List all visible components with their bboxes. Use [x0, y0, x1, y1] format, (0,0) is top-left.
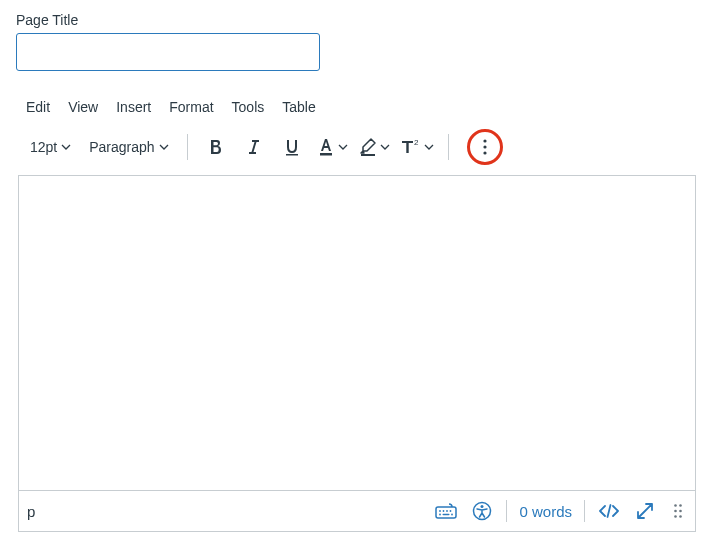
underline-icon — [283, 138, 301, 156]
fullscreen-icon — [636, 502, 654, 520]
editor-toolbar: 12pt Paragraph — [16, 125, 698, 175]
kebab-icon — [483, 139, 487, 155]
resize-handle[interactable] — [669, 499, 687, 523]
menu-table[interactable]: Table — [282, 99, 315, 115]
html-editor-button[interactable] — [597, 499, 621, 523]
menu-tools[interactable]: Tools — [232, 99, 265, 115]
superscript-button[interactable]: 2 — [398, 135, 436, 159]
block-format-label: Paragraph — [89, 139, 154, 155]
word-count[interactable]: 0 words — [519, 503, 572, 520]
svg-point-4 — [483, 139, 486, 142]
bold-button[interactable] — [200, 131, 232, 163]
toolbar-divider — [448, 134, 449, 160]
underline-button[interactable] — [276, 131, 308, 163]
toolbar-divider — [187, 134, 188, 160]
svg-point-18 — [679, 504, 682, 507]
svg-point-6 — [483, 151, 486, 154]
svg-point-17 — [674, 504, 677, 507]
chevron-down-icon — [338, 142, 348, 152]
text-color-icon — [316, 137, 336, 157]
element-path[interactable]: p — [27, 503, 35, 520]
text-color-button[interactable] — [314, 135, 350, 159]
svg-point-12 — [440, 514, 442, 516]
editor-menubar: Edit View Insert Format Tools Table — [16, 93, 698, 125]
svg-point-10 — [447, 510, 449, 512]
svg-point-9 — [443, 510, 445, 512]
svg-rect-7 — [436, 507, 456, 518]
keyboard-icon — [435, 503, 457, 519]
menu-view[interactable]: View — [68, 99, 98, 115]
highlight-color-button[interactable] — [356, 135, 392, 159]
italic-button[interactable] — [238, 131, 270, 163]
accessibility-checker-button[interactable] — [470, 499, 494, 523]
drag-icon — [673, 503, 683, 519]
chevron-down-icon — [61, 142, 71, 152]
svg-point-22 — [679, 515, 682, 518]
superscript-icon: 2 — [400, 137, 422, 157]
svg-point-14 — [452, 514, 454, 516]
keyboard-shortcuts-button[interactable] — [434, 499, 458, 523]
menu-edit[interactable]: Edit — [26, 99, 50, 115]
svg-text:2: 2 — [414, 138, 419, 147]
menu-format[interactable]: Format — [169, 99, 213, 115]
svg-point-11 — [450, 510, 452, 512]
statusbar-divider — [506, 500, 507, 522]
svg-point-5 — [483, 145, 486, 148]
svg-point-21 — [674, 515, 677, 518]
svg-point-8 — [440, 510, 442, 512]
chevron-down-icon — [380, 142, 390, 152]
bold-icon — [207, 138, 225, 156]
editor-content-area[interactable] — [18, 175, 696, 490]
svg-rect-1 — [320, 153, 332, 156]
editor-statusbar: p 0 words — [18, 490, 696, 532]
block-format-select[interactable]: Paragraph — [83, 135, 174, 159]
page-title-label: Page Title — [16, 12, 698, 28]
svg-point-19 — [674, 510, 677, 513]
highlight-icon — [358, 137, 378, 157]
page-title-input[interactable] — [16, 33, 320, 71]
italic-icon — [245, 138, 263, 156]
menu-insert[interactable]: Insert — [116, 99, 151, 115]
chevron-down-icon — [424, 142, 434, 152]
statusbar-divider — [584, 500, 585, 522]
font-size-select[interactable]: 12pt — [24, 135, 77, 159]
svg-point-20 — [679, 510, 682, 513]
more-options-button[interactable] — [467, 129, 503, 165]
svg-point-16 — [481, 505, 484, 508]
accessibility-icon — [472, 501, 492, 521]
svg-rect-0 — [286, 154, 298, 156]
font-size-label: 12pt — [30, 139, 57, 155]
svg-rect-2 — [361, 154, 375, 156]
chevron-down-icon — [159, 142, 169, 152]
fullscreen-button[interactable] — [633, 499, 657, 523]
code-icon — [597, 502, 621, 520]
svg-rect-13 — [443, 514, 450, 516]
